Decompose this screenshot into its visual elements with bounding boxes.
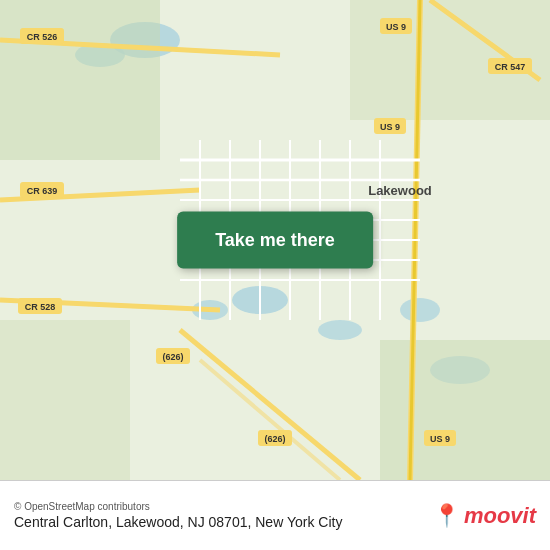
osm-credit: © OpenStreetMap contributors: [14, 501, 150, 512]
navigation-button-overlay: Take me there: [177, 212, 373, 269]
svg-text:CR 547: CR 547: [495, 62, 526, 72]
svg-rect-8: [0, 0, 160, 160]
svg-text:CR 639: CR 639: [27, 186, 58, 196]
svg-text:US 9: US 9: [430, 434, 450, 444]
footer: © OpenStreetMap contributors Central Car…: [0, 480, 550, 550]
map-container: CR 526 US 9 CR 547 US 9 CR 639 CR 528 (6…: [0, 0, 550, 480]
svg-text:Lakewood: Lakewood: [368, 183, 432, 198]
moovit-logo: 📍 moovit: [433, 503, 536, 529]
moovit-brand-name: moovit: [464, 503, 536, 529]
svg-point-3: [318, 320, 362, 340]
svg-rect-10: [0, 320, 130, 480]
footer-left: © OpenStreetMap contributors Central Car…: [14, 501, 342, 530]
svg-text:(626): (626): [162, 352, 183, 362]
take-me-there-button[interactable]: Take me there: [177, 212, 373, 269]
svg-point-4: [400, 298, 440, 322]
svg-rect-9: [380, 340, 550, 480]
svg-text:CR 526: CR 526: [27, 32, 58, 42]
svg-text:(626): (626): [264, 434, 285, 444]
svg-text:CR 528: CR 528: [25, 302, 56, 312]
moovit-pin-icon: 📍: [433, 503, 460, 529]
svg-text:US 9: US 9: [380, 122, 400, 132]
svg-text:US 9: US 9: [386, 22, 406, 32]
location-text: Central Carlton, Lakewood, NJ 08701, New…: [14, 514, 342, 530]
